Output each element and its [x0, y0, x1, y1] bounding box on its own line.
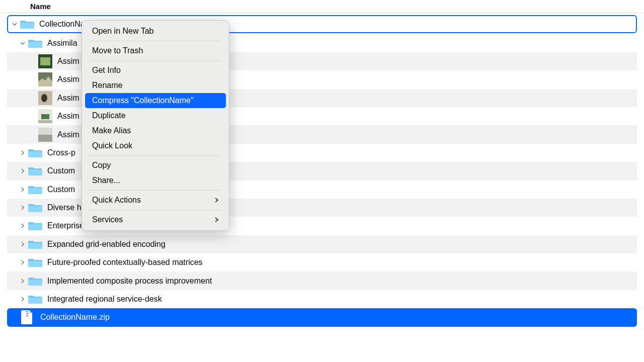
menu-separator: [90, 41, 221, 41]
chevron-right-icon[interactable]: [19, 278, 26, 285]
svg-rect-9: [38, 135, 52, 142]
svg-point-4: [41, 94, 47, 102]
menu-get-info[interactable]: Get Info: [85, 63, 226, 78]
chevron-right-icon[interactable]: [19, 296, 26, 303]
menu-separator: [90, 155, 221, 156]
image-thumbnail: [38, 72, 52, 86]
menu-separator: [90, 190, 221, 191]
folder-icon: [28, 257, 42, 268]
folder-icon: [28, 184, 42, 195]
chevron-right-icon[interactable]: [19, 259, 26, 266]
folder-label: Future-proofed contextually-based matric…: [47, 258, 203, 267]
image-thumbnail: [38, 54, 52, 68]
folder-icon: [28, 239, 42, 250]
menu-make-alias[interactable]: Make Alias: [85, 123, 226, 138]
file-label: CollectionName.zip: [40, 313, 110, 322]
image-thumbnail: [38, 91, 52, 105]
menu-share[interactable]: Share...: [85, 173, 226, 188]
menu-compress[interactable]: Compress "CollectionName": [85, 93, 226, 108]
chevron-right-icon[interactable]: [19, 186, 26, 193]
folder-icon: [28, 147, 42, 158]
folder-label: Assimila: [47, 39, 77, 48]
folder-row[interactable]: Future-proofed contextually-based matric…: [7, 253, 637, 272]
folder-label: Implemented composite process improvemen…: [47, 277, 212, 286]
menu-separator: [90, 210, 221, 210]
chevron-right-icon: [215, 196, 219, 205]
folder-icon: [28, 220, 42, 231]
menu-copy[interactable]: Copy: [85, 158, 226, 173]
svg-rect-7: [38, 120, 52, 123]
column-header-name[interactable]: Name: [0, 0, 644, 13]
chevron-right-icon[interactable]: [19, 149, 26, 156]
chevron-right-icon[interactable]: [19, 241, 26, 248]
svg-rect-12: [26, 315, 28, 316]
folder-icon: [28, 294, 42, 305]
menu-rename[interactable]: Rename: [85, 78, 226, 93]
menu-services[interactable]: Services: [85, 212, 226, 227]
file-label: Assim: [57, 57, 79, 66]
menu-open-new-tab[interactable]: Open in New Tab: [85, 24, 226, 39]
svg-rect-10: [26, 311, 28, 312]
image-thumbnail: [38, 109, 52, 123]
chevron-right-icon: [215, 215, 219, 224]
chevron-right-icon[interactable]: [19, 222, 26, 229]
folder-icon: [20, 19, 34, 30]
file-list: CollectionName Assimila Assim Assim Assi…: [0, 13, 644, 327]
menu-separator: [90, 60, 221, 61]
folder-row[interactable]: Expanded grid-enabled encoding: [7, 235, 637, 253]
file-label: Assim: [57, 112, 79, 121]
chevron-down-icon[interactable]: [19, 40, 26, 47]
folder-label: Expanded grid-enabled encoding: [47, 240, 166, 249]
folder-icon: [28, 165, 42, 176]
folder-row[interactable]: Integrated regional service-desk: [7, 290, 637, 308]
folder-label: Integrated regional service-desk: [47, 295, 162, 304]
file-label: Assim: [57, 130, 79, 139]
file-label: Assim: [57, 75, 79, 84]
menu-duplicate[interactable]: Duplicate: [85, 108, 226, 123]
folder-icon: [28, 38, 42, 49]
folder-label: Cross-p: [47, 148, 75, 157]
chevron-right-icon[interactable]: [19, 204, 26, 211]
chevron-down-icon[interactable]: [11, 21, 18, 28]
svg-rect-6: [41, 114, 49, 119]
chevron-right-icon[interactable]: [19, 167, 26, 174]
menu-quick-actions[interactable]: Quick Actions: [85, 193, 226, 208]
folder-icon: [28, 202, 42, 213]
image-thumbnail: [38, 128, 52, 142]
context-menu: Open in New Tab Move to Trash Get Info R…: [82, 20, 229, 231]
folder-label: Custom: [47, 185, 75, 194]
menu-move-to-trash[interactable]: Move to Trash: [85, 43, 226, 58]
file-label: Assim: [57, 94, 79, 103]
svg-rect-11: [26, 313, 28, 314]
svg-rect-1: [40, 57, 50, 65]
menu-quick-look[interactable]: Quick Look: [85, 138, 226, 153]
file-row-zip-selected[interactable]: CollectionName.zip: [7, 308, 637, 326]
zip-file-icon: [21, 310, 33, 324]
folder-icon: [28, 276, 42, 287]
folder-label: Custom: [47, 166, 75, 175]
folder-row[interactable]: Implemented composite process improvemen…: [7, 272, 637, 290]
